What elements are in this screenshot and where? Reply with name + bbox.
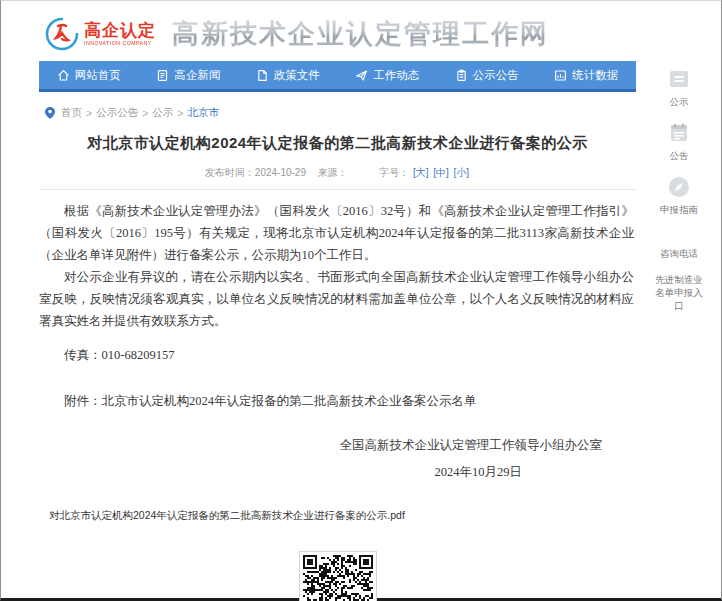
sidebar-item-label: 先进制造业名单申报入口 [655, 273, 703, 312]
news-icon [156, 69, 169, 82]
breadcrumb-separator: > [86, 107, 92, 119]
article-meta: 发布时间：2024-10-29 来源： 字号： [大] [中] [小] [39, 166, 636, 190]
notepad-icon [667, 121, 691, 145]
font-size-small-button[interactable]: [小] [454, 167, 470, 178]
sidebar-item-label: 公告 [655, 149, 703, 162]
qr-section: 扫一扫在手机打开当前页 [39, 551, 636, 601]
breadcrumb-separator: > [177, 107, 183, 119]
site-logo[interactable]: 高企认定 INNOVATION COMPANY [45, 17, 156, 51]
send-icon [355, 69, 368, 82]
logo-text: 高企认定 INNOVATION COMPANY [84, 22, 156, 47]
clipboard-icon [455, 69, 468, 82]
logo-en-label: INNOVATION COMPANY [84, 41, 152, 46]
fax-line: 传真：010-68209157 [39, 344, 634, 366]
compass-icon [667, 175, 691, 199]
nav-item-label: 高企新闻 [174, 68, 220, 83]
sidebar-item-label: 咨询电话 [655, 247, 703, 260]
nav-item-updates[interactable]: 工作动态 [338, 61, 438, 89]
nav-item-label: 公示公告 [473, 68, 519, 83]
article-paragraph: 对公示企业有异议的，请在公示期内以实名、书面形式向全国高新技术企业认定管理工作领… [39, 266, 634, 332]
sidebar-item-publicity[interactable]: 公示 [655, 67, 703, 108]
location-pin-icon [45, 107, 55, 119]
article-paragraph: 根据《高新技术企业认定管理办法》（国科发火〔2016〕32号）和《高新技术企业认… [39, 200, 634, 266]
breadcrumb: 首页 > 公示公告 > 公示 > 北京市 [45, 106, 636, 120]
font-size-label: 字号： [379, 167, 409, 178]
breadcrumb-publicity[interactable]: 公示 [152, 106, 173, 120]
nav-item-home[interactable]: 网站首页 [39, 61, 139, 89]
breadcrumb-separator: > [142, 107, 148, 119]
signature-date: 2024年10月29日 [39, 461, 634, 483]
sidebar-item-label: 申报指南 [655, 203, 703, 216]
page: 高企认定 INNOVATION COMPANY 高新技术企业认定管理工作网 网站… [0, 0, 722, 601]
nav-item-news[interactable]: 高企新闻 [139, 61, 239, 89]
file-icon [256, 69, 269, 82]
right-sidebar: 公示 公告 申报指南 咨询电话 先进制造业名单申报入口 [639, 63, 719, 325]
breadcrumb-announcements[interactable]: 公示公告 [96, 106, 138, 120]
signature-office: 全国高新技术企业认定管理工作领导小组办公室 [39, 434, 634, 456]
attachment-line[interactable]: 附件：北京市认定机构2024年认定报备的第二批高新技术企业备案公示名单 [39, 390, 634, 412]
sidebar-item-label: 公示 [655, 95, 703, 108]
breadcrumb-beijing[interactable]: 北京市 [187, 106, 219, 120]
site-title: 高新技术企业认定管理工作网 [172, 16, 549, 52]
logo-mark-icon [45, 17, 79, 51]
home-icon [57, 69, 70, 82]
breadcrumb-home[interactable]: 首页 [61, 106, 82, 120]
nav-item-label: 统计数据 [572, 68, 618, 83]
font-size-medium-button[interactable]: [中] [433, 167, 449, 178]
clipboard-icon [667, 67, 691, 91]
nav-item-announcements[interactable]: 公示公告 [437, 61, 537, 89]
article-body: 根据《高新技术企业认定管理办法》（国科发火〔2016〕32号）和《高新技术企业认… [39, 200, 636, 483]
main-row: 网站首页 高企新闻 政策文件 工作动态 公示公告 [1, 61, 721, 601]
article-title: 对北京市认定机构2024年认定报备的第二批高新技术企业进行备案的公示 [39, 134, 636, 153]
chart-icon [554, 69, 567, 82]
qr-code [299, 551, 377, 601]
publish-time-value: 2024-10-29 [255, 167, 306, 178]
publish-time-label: 发布时间： [205, 167, 255, 178]
nav-item-label: 政策文件 [274, 68, 320, 83]
source-label: 来源： [318, 167, 348, 178]
pdf-attachment-link[interactable]: 对北京市认定机构2024年认定报备的第二批高新技术企业进行备案的公示.pdf [49, 509, 636, 523]
logo-cn-label: 高企认定 [84, 22, 156, 39]
article: 对北京市认定机构2024年认定报备的第二批高新技术企业进行备案的公示 发布时间：… [39, 134, 636, 601]
main-nav: 网站首页 高企新闻 政策文件 工作动态 公示公告 [39, 61, 636, 92]
font-size-large-button[interactable]: [大] [413, 167, 429, 178]
header: 高企认定 INNOVATION COMPANY 高新技术企业认定管理工作网 [1, 1, 721, 61]
nav-item-statistics[interactable]: 统计数据 [537, 61, 637, 89]
sidebar-item-notice[interactable]: 公告 [655, 121, 703, 162]
sidebar-item-manufacturing-entry[interactable]: 先进制造业名单申报入口 [655, 273, 703, 312]
sidebar-item-phone[interactable]: 咨询电话 [655, 247, 703, 260]
nav-item-label: 网站首页 [75, 68, 121, 83]
qr-code-image [303, 555, 373, 601]
content-column: 网站首页 高企新闻 政策文件 工作动态 公示公告 [39, 61, 636, 601]
sidebar-item-guide[interactable]: 申报指南 [655, 175, 703, 216]
nav-item-label: 工作动态 [373, 68, 419, 83]
nav-item-policy[interactable]: 政策文件 [238, 61, 338, 89]
